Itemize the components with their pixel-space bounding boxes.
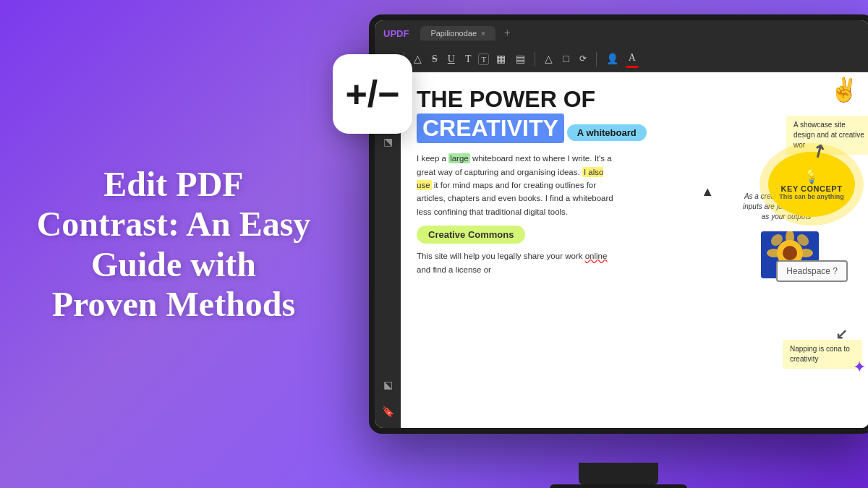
highlight-large: large	[448, 153, 470, 163]
updf-logo: UPDF	[383, 28, 409, 39]
content-area: ⬒ ⬓ ⬔ ⬕ 🔖 THE POWER OF CREATIVITY A whit…	[375, 72, 868, 428]
toolbar-text2-icon[interactable]: T	[478, 53, 489, 65]
hand-emoji: ✌️	[830, 76, 859, 103]
toolbar-user-icon[interactable]: 👤	[603, 51, 621, 67]
highlight-also-use: I also use	[417, 167, 603, 190]
plus-minus-card: +/−	[333, 54, 412, 134]
svg-point-5	[767, 249, 781, 257]
toolbar-triangle2-icon[interactable]: △	[542, 51, 556, 67]
pdf-right-decorations: ✌️ A showcase site design and at creativ…	[725, 72, 868, 428]
toolbar-list-icon[interactable]: ▤	[513, 51, 528, 67]
underline-online: online	[585, 252, 608, 260]
pdf-body-text-1: I keep a large whiteboard next to where …	[417, 152, 619, 218]
creative-commons-badge: Creative Commons	[417, 226, 525, 244]
star-decoration: ✦	[853, 358, 866, 377]
toolbar-font-color-icon[interactable]: A	[626, 50, 639, 68]
svg-point-6	[799, 249, 813, 257]
sidebar-bookmark-icon[interactable]: 🔖	[379, 403, 397, 421]
key-concept-cloud: 💡 KEY CONCEPT This can be anything	[768, 152, 855, 217]
toolbar-underline-icon[interactable]: U	[445, 51, 458, 67]
toolbar-rotate-icon[interactable]: ⟳	[576, 51, 590, 67]
napping-note: Napping is cona to creativity	[783, 340, 862, 369]
body-text-part1: I keep a large whiteboard next to where …	[417, 153, 613, 216]
pdf-body-text-2: This site will help you legally share yo…	[417, 249, 619, 276]
monitor-stand	[579, 463, 658, 484]
app-bar: UPDF Papilionodae × +	[375, 20, 868, 46]
toolbar-grid2-icon[interactable]: ▦	[493, 51, 509, 67]
key-concept-sub: This can be anything	[779, 193, 844, 200]
plus-minus-symbol: +/−	[345, 75, 399, 113]
sidebar-layers-icon[interactable]: ⬔	[380, 133, 396, 151]
monitor-screen: UPDF Papilionodae × + ☰ △ S U T T ▦ ▤ △	[375, 20, 868, 428]
monitor-base	[550, 484, 687, 488]
left-section: Edit PDF Contrast: An Easy Guide with Pr…	[0, 0, 347, 488]
tab-close-button[interactable]: ×	[481, 30, 485, 38]
tab-add-button[interactable]: +	[504, 27, 511, 40]
pdf-title-highlight: CREATIVITY	[417, 114, 564, 143]
key-concept-title: KEY CONCEPT	[781, 184, 843, 193]
toolbar-text-icon[interactable]: T	[462, 51, 475, 67]
monitor-frame: UPDF Papilionodae × + ☰ △ S U T T ▦ ▤ △	[369, 14, 868, 434]
creative-note: A showcase site design and at creative w…	[786, 116, 868, 155]
toolbar: ☰ △ S U T T ▦ ▤ △ □ ⟳ 👤 A	[375, 46, 868, 72]
toolbar-strikethrough-icon[interactable]: S	[429, 51, 441, 67]
monitor-wrapper: UPDF Papilionodae × + ☰ △ S U T T ▦ ▤ △	[347, 14, 868, 477]
body-text-part2: This site will help you legally share yo…	[417, 252, 607, 273]
toolbar-shape-icon[interactable]: □	[560, 51, 571, 67]
headspace-box: Headspace ?	[776, 260, 848, 282]
toolbar-triangle-icon[interactable]: △	[411, 51, 425, 67]
cursor: ▲	[701, 184, 714, 200]
main-title: Edit PDF Contrast: An Easy Guide with Pr…	[37, 164, 311, 324]
toolbar-sep-2	[535, 52, 535, 67]
svg-point-2	[783, 246, 797, 260]
toolbar-sep-3	[596, 52, 597, 67]
pdf-content: THE POWER OF CREATIVITY A whiteboard I k…	[401, 72, 868, 428]
whiteboard-badge: A whiteboard	[567, 124, 647, 141]
tab-label: Papilionodae	[430, 29, 477, 38]
lightbulb-icon: 💡	[804, 168, 820, 184]
app-tab[interactable]: Papilionodae ×	[420, 26, 495, 40]
arrow-decoration-2: ↙	[835, 325, 848, 343]
sidebar-stack-icon[interactable]: ⬕	[380, 376, 396, 394]
